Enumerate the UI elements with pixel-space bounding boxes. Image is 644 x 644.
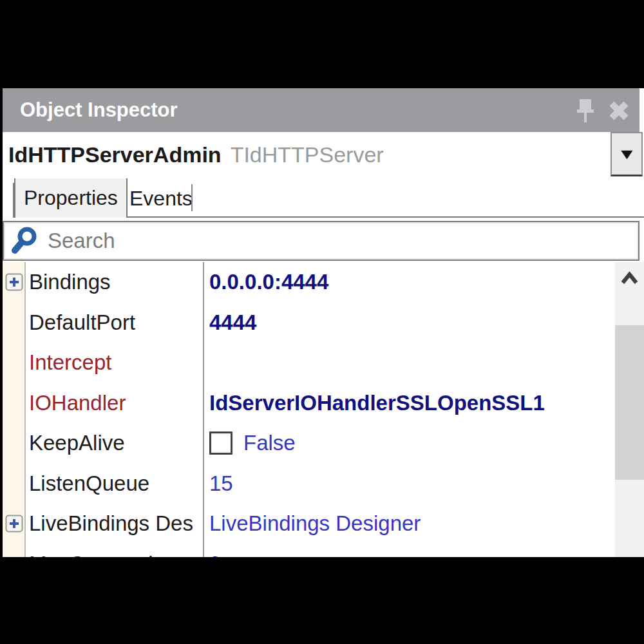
property-row[interactable]: KeepAlive False: [3, 423, 615, 463]
property-row[interactable]: ListenQueue 15: [3, 464, 615, 504]
property-value[interactable]: 0: [209, 544, 221, 558]
property-value[interactable]: 15: [209, 464, 233, 504]
search-icon: [10, 226, 40, 256]
property-value[interactable]: False: [243, 431, 296, 455]
property-row[interactable]: Intercept: [3, 343, 615, 383]
property-value[interactable]: IdServerIOHandlerSSLOpenSSL1: [209, 383, 545, 423]
property-row[interactable]: LiveBindings Des LiveBindings Designer: [3, 504, 615, 544]
property-row-clipped[interactable]: MaxConnections 0: [3, 544, 615, 558]
object-type: TIdHTTPServer: [231, 142, 384, 167]
property-value[interactable]: LiveBindings Designer: [209, 504, 421, 544]
selected-object: IdHTTPServerAdminTIdHTTPServer: [8, 132, 384, 177]
property-name[interactable]: MaxConnections: [29, 544, 200, 558]
vertical-scrollbar[interactable]: [615, 262, 644, 557]
tab-events[interactable]: Events: [120, 181, 202, 216]
property-name[interactable]: KeepAlive: [29, 423, 200, 463]
tab-properties[interactable]: Properties: [14, 178, 128, 218]
property-name[interactable]: Intercept: [29, 343, 200, 383]
scroll-up-icon[interactable]: [620, 271, 639, 285]
pin-icon: [574, 97, 596, 124]
expand-plus-icon[interactable]: [5, 515, 23, 533]
tab-bar: Properties Events: [3, 177, 644, 218]
panel-title: Object Inspector: [20, 88, 178, 132]
property-value[interactable]: 0.0.0.0:4444: [209, 262, 328, 302]
property-row[interactable]: DefaultPort 4444: [3, 303, 615, 343]
tab-strip-edge: [3, 183, 14, 218]
object-inspector-panel: Object Inspector IdHTTPServerAdminTIdHTT…: [3, 88, 644, 557]
close-button[interactable]: [607, 97, 631, 124]
object-selector[interactable]: IdHTTPServerAdminTIdHTTPServer ▼: [3, 132, 644, 177]
property-name[interactable]: IOHandler: [29, 383, 200, 423]
expand-plus-icon[interactable]: [5, 273, 23, 291]
search-box[interactable]: [3, 221, 639, 261]
property-grid: Bindings 0.0.0.0:4444 DefaultPort 4444 I…: [3, 262, 644, 557]
property-name[interactable]: Bindings: [29, 262, 200, 302]
search-input[interactable]: [46, 228, 638, 254]
chevron-down-icon: ▼: [617, 146, 637, 163]
object-name: IdHTTPServerAdmin: [8, 142, 222, 167]
pin-button[interactable]: [573, 97, 598, 124]
titlebar: Object Inspector: [3, 88, 639, 132]
scrollbar-thumb[interactable]: [615, 325, 644, 480]
property-name[interactable]: ListenQueue: [29, 464, 200, 504]
property-value[interactable]: 4444: [209, 303, 256, 343]
property-row[interactable]: Bindings 0.0.0.0:4444: [3, 262, 615, 302]
checkbox-unchecked[interactable]: [209, 431, 232, 455]
object-dropdown-button[interactable]: ▼: [611, 132, 643, 176]
property-name[interactable]: LiveBindings Des: [29, 504, 200, 544]
property-row[interactable]: IOHandler IdServerIOHandlerSSLOpenSSL1: [3, 383, 615, 423]
tab-separator: [191, 184, 193, 211]
close-icon: [609, 100, 629, 121]
property-name[interactable]: DefaultPort: [29, 303, 200, 343]
